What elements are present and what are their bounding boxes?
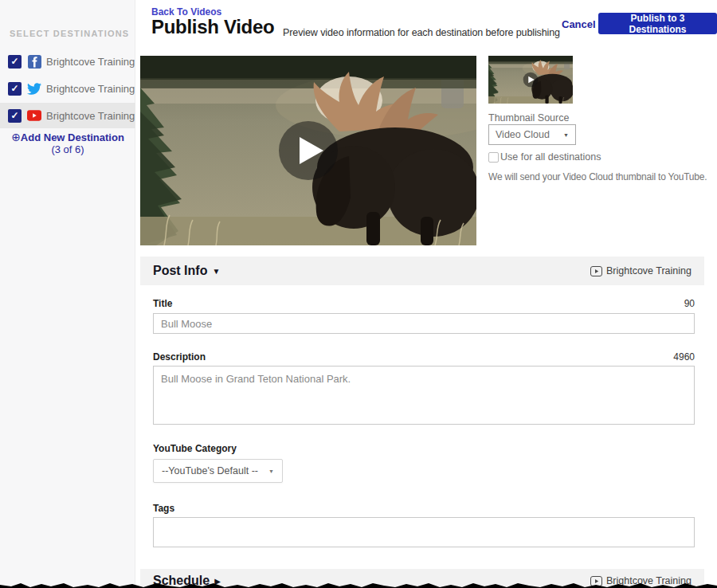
destination-label: Brightcove Training (46, 83, 135, 95)
video-preview-frame (140, 56, 476, 245)
description-char-counter: 4960 (153, 351, 695, 363)
tags-label: Tags (153, 503, 174, 514)
publish-video-screen: SELECT DESTINATIONS ✓ Brightcove Trainin… (0, 0, 717, 588)
youtube-icon (27, 108, 41, 123)
post-info-section-header: Post Info ▼ Brightcove Training (140, 257, 704, 285)
description-input[interactable]: Bull Moose in Grand Teton National Park. (153, 366, 695, 425)
cancel-button[interactable]: Cancel (562, 18, 596, 30)
video-player[interactable] (140, 56, 476, 245)
page-subtitle: Preview video information for each desti… (283, 27, 560, 38)
youtube-checkbox[interactable]: ✓ (8, 109, 22, 123)
title-char-counter: 90 (153, 298, 695, 309)
use-for-all-checkbox[interactable] (488, 152, 499, 163)
page-title: Publish Video (151, 16, 274, 38)
check-icon: ✓ (10, 110, 18, 121)
destination-row-facebook[interactable]: ✓ Brightcove Training (0, 49, 135, 74)
thumbnail-source-select[interactable]: Video Cloud ▼ (488, 124, 576, 145)
chevron-down-icon: ▼ (268, 468, 274, 474)
post-info-account-chip: Brightcove Training (590, 265, 692, 276)
facebook-icon (27, 54, 41, 69)
chevron-down-icon: ▼ (563, 132, 569, 138)
plus-circle-icon: ⊕ (11, 131, 21, 143)
add-new-destination-label: Add New Destination (21, 131, 124, 143)
tags-input[interactable] (153, 517, 695, 547)
thumbnail-preview (488, 56, 573, 104)
youtube-category-value: --YouTube's Default -- (162, 465, 258, 476)
thumbnail-image (488, 56, 573, 104)
publish-button[interactable]: Publish to 3 Destinations (598, 13, 717, 34)
add-new-destination-link[interactable]: ⊕Add New Destination (0, 131, 135, 143)
destinations-sidebar: SELECT DESTINATIONS ✓ Brightcove Trainin… (0, 0, 135, 588)
thumbnail-note: We will send your Video Cloud thumbnail … (488, 171, 717, 182)
destination-row-twitter[interactable]: ✓ Brightcove Training (0, 76, 135, 101)
destination-label: Brightcove Training (46, 56, 135, 68)
video-chip-icon (590, 266, 602, 276)
post-info-title[interactable]: Post Info (153, 264, 207, 278)
destination-count: (3 of 6) (0, 143, 135, 155)
twitter-checkbox[interactable]: ✓ (8, 82, 22, 96)
check-icon: ✓ (10, 83, 18, 94)
destination-row-youtube[interactable]: ✓ Brightcove Training (0, 103, 135, 128)
facebook-checkbox[interactable]: ✓ (8, 55, 22, 69)
check-icon: ✓ (10, 56, 18, 67)
chevron-down-icon[interactable]: ▼ (212, 267, 220, 276)
youtube-category-select[interactable]: --YouTube's Default -- ▼ (153, 459, 283, 483)
use-for-all-label: Use for all destinations (500, 151, 601, 163)
twitter-icon (27, 81, 41, 96)
youtube-category-label: YouTube Category (153, 443, 237, 454)
title-input[interactable] (153, 313, 695, 334)
thumbnail-source-label: Thumbnail Source (488, 112, 569, 123)
use-for-all-destinations-row[interactable]: Use for all destinations (488, 151, 601, 163)
torn-edge-decoration (0, 581, 717, 588)
thumbnail-source-value: Video Cloud (496, 129, 550, 140)
sidebar-title: SELECT DESTINATIONS (10, 29, 129, 38)
account-name: Brightcove Training (606, 265, 692, 276)
destination-label: Brightcove Training (46, 110, 135, 122)
